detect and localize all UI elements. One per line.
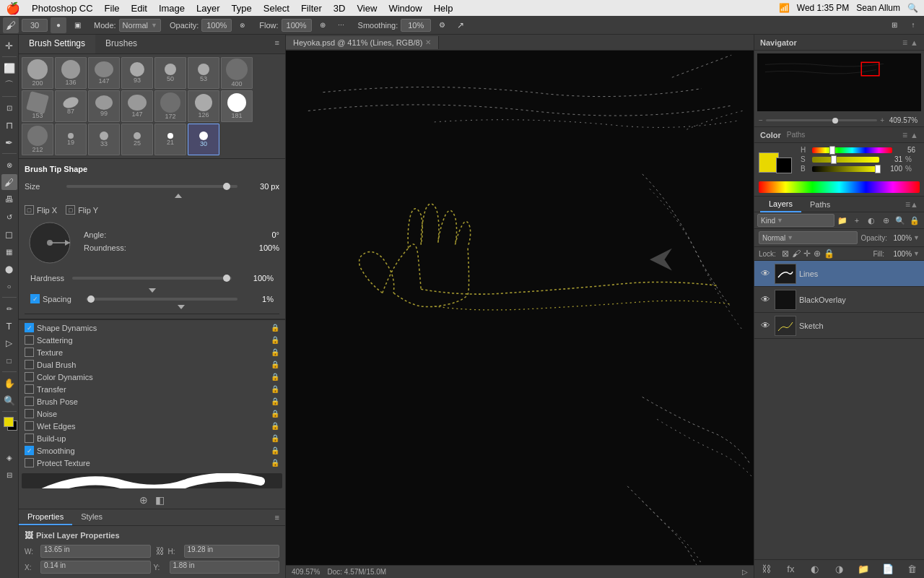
object-select-tool[interactable]: ⊡: [1, 100, 17, 116]
s-value[interactable]: 31: [882, 155, 902, 163]
tab-styles[interactable]: Styles: [72, 509, 111, 525]
navigator-collapse[interactable]: ▲: [910, 38, 918, 47]
layer-visibility-icon[interactable]: 👁: [759, 267, 772, 280]
navigator-menu-icon[interactable]: ≡: [902, 38, 907, 48]
brush-preset[interactable]: 181: [221, 90, 253, 122]
size-slider[interactable]: [66, 185, 237, 188]
zoom-slider[interactable]: [766, 119, 877, 121]
brush-preset[interactable]: 200: [22, 57, 53, 89]
menu-edit[interactable]: Edit: [126, 1, 153, 15]
pen-tool[interactable]: ✏: [1, 301, 17, 316]
menu-view[interactable]: View: [351, 1, 383, 15]
dodge-tool[interactable]: ○: [1, 278, 17, 294]
texture-cb[interactable]: [25, 348, 34, 357]
flow-value[interactable]: 100%: [282, 19, 312, 32]
brush-preset[interactable]: 136: [55, 57, 87, 89]
crop-tool[interactable]: ⊓: [1, 117, 17, 133]
brightness-slider[interactable]: [812, 166, 879, 172]
brush-pose-cb[interactable]: [25, 397, 34, 406]
opacity-icon[interactable]: ⊗: [235, 17, 250, 33]
canvas-rotate-icon[interactable]: ⊞: [886, 17, 902, 33]
tab-brushes[interactable]: Brushes: [95, 35, 147, 53]
rectangle-select-tool[interactable]: ⬜: [1, 60, 17, 76]
flip-y-checkbox[interactable]: □ Flip Y: [66, 205, 98, 215]
move-tool[interactable]: ✛: [1, 38, 17, 53]
clone-stamp-tool[interactable]: 🖷: [1, 191, 17, 207]
angle-icon[interactable]: ↗: [453, 17, 468, 33]
brush-preset[interactable]: 21: [154, 124, 186, 155]
smoothing-settings-icon[interactable]: ⚙: [434, 17, 450, 33]
eyedropper-tool[interactable]: ✒: [1, 134, 17, 150]
search-icon[interactable]: 🔍: [894, 214, 907, 227]
dual-brush-cb[interactable]: [25, 360, 34, 369]
brush-preset[interactable]: 93: [121, 57, 153, 89]
canvas-container[interactable]: [286, 51, 754, 565]
protect-texture-cb[interactable]: [25, 458, 34, 467]
quick-mask-icon[interactable]: ◈: [1, 449, 17, 465]
brush-preset[interactable]: 50: [154, 57, 186, 89]
angle-widget[interactable]: [25, 217, 75, 268]
lock-layers-icon[interactable]: 🔒: [908, 214, 921, 227]
lock-image-icon[interactable]: 🖌: [792, 249, 801, 259]
brush-panel-menu-icon[interactable]: ≡: [269, 35, 285, 53]
spacing-down-arrow[interactable]: [178, 305, 185, 309]
fg-bg-colors[interactable]: [1, 415, 17, 431]
color-spectrum[interactable]: [759, 181, 920, 193]
flip-x-checkbox[interactable]: □ Flip X: [25, 205, 57, 215]
y-input[interactable]: 1.88 in: [170, 561, 280, 574]
transfer-cb[interactable]: [25, 384, 34, 394]
background-color[interactable]: [776, 158, 792, 173]
spacing-checkbox[interactable]: ✓ Spacing: [30, 294, 71, 303]
hand-tool[interactable]: ✋: [1, 375, 17, 391]
layer-visibility-icon[interactable]: 👁: [759, 319, 772, 332]
shape-dynamics-cb[interactable]: ✓: [25, 323, 34, 332]
lock-transparent-icon[interactable]: ⊠: [782, 249, 789, 259]
menu-layer[interactable]: Layer: [191, 1, 226, 15]
lasso-tool[interactable]: ⌒: [1, 77, 17, 93]
menu-window[interactable]: Window: [383, 1, 427, 15]
brush-preset[interactable]: 172: [154, 90, 186, 122]
brush-preset[interactable]: 19: [55, 124, 87, 155]
lock-position-icon[interactable]: ✛: [803, 249, 811, 259]
canvas-tab[interactable]: Heyoka.psd @ 411% (Lines, RGB/8) ✕: [286, 36, 439, 49]
menu-file[interactable]: File: [99, 1, 126, 15]
shape-tool[interactable]: □: [1, 353, 17, 368]
text-tool[interactable]: T: [1, 318, 17, 334]
size-up-arrow[interactable]: [175, 194, 182, 198]
opacity-value[interactable]: 100%: [889, 234, 912, 242]
brush-tool-icon[interactable]: 🖌: [3, 17, 19, 33]
zoom-in-icon[interactable]: +: [880, 116, 884, 124]
brush-preset[interactable]: 147: [121, 90, 153, 122]
layer-item[interactable]: 👁 Sketch: [754, 313, 924, 339]
brush-preset[interactable]: 400: [221, 57, 253, 89]
blur-tool[interactable]: ⬤: [1, 261, 17, 277]
link-icon[interactable]: ⛓: [154, 545, 167, 558]
new-layer-icon[interactable]: +: [850, 214, 863, 227]
link-layers-icon[interactable]: ⛓: [759, 561, 775, 577]
zoom-tool[interactable]: 🔍: [1, 392, 17, 408]
gradient-tool[interactable]: ▦: [1, 243, 17, 259]
brush-preset[interactable]: 147: [88, 57, 120, 89]
tab-brush-settings[interactable]: Brush Settings: [19, 35, 95, 53]
properties-menu-icon[interactable]: ≡: [269, 509, 285, 525]
path-select-tool[interactable]: ▷: [1, 335, 17, 351]
airbrush-icon[interactable]: ⊕: [315, 17, 331, 33]
h-input[interactable]: 19.28 in: [184, 545, 280, 558]
kind-filter[interactable]: Kind ▼: [757, 214, 834, 227]
brush-preset[interactable]: 87: [55, 90, 87, 122]
b-value[interactable]: 100: [882, 165, 902, 173]
layers-menu-icon[interactable]: ≡: [905, 199, 910, 210]
mask-icon[interactable]: ◐: [865, 214, 878, 227]
smoothing-cb[interactable]: ✓: [25, 446, 34, 455]
color-dynamics-cb[interactable]: [25, 372, 34, 381]
lock-all-icon[interactable]: 🔒: [824, 249, 834, 259]
x-input[interactable]: 0.14 in: [40, 561, 151, 574]
color-menu-icon[interactable]: ≡: [902, 130, 907, 140]
mode-dropdown[interactable]: Normal ▼: [119, 19, 161, 32]
menu-3d[interactable]: 3D: [328, 1, 352, 15]
w-input[interactable]: 13.65 in: [40, 545, 151, 558]
brush-tool[interactable]: 🖌: [1, 174, 17, 190]
scattering-cb[interactable]: [25, 335, 34, 345]
brush-preset[interactable]: 126: [188, 90, 219, 122]
angle-value[interactable]: 0°: [236, 230, 279, 239]
